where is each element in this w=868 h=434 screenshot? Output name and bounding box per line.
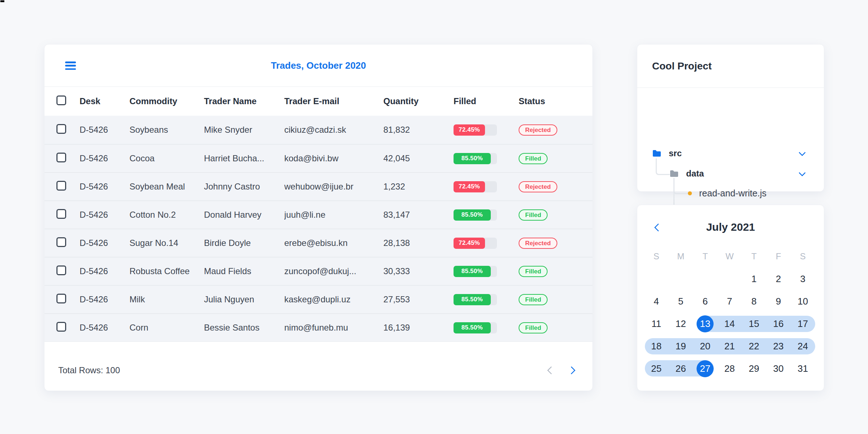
- filled-percentage-label: 85.50%: [461, 155, 483, 162]
- chevron-down-icon[interactable]: [799, 169, 806, 176]
- day-of-week-label: S: [644, 248, 669, 264]
- calendar-day[interactable]: 27: [693, 357, 718, 380]
- file-dot-icon: [688, 191, 692, 195]
- calendar-day[interactable]: 5: [669, 290, 693, 312]
- calendar-day[interactable]: 1: [742, 268, 766, 290]
- calendar-grid: 1234567891011121314151617181920212223242…: [644, 268, 815, 380]
- commodity-cell: Robusta Coffee: [129, 266, 204, 276]
- row-checkbox[interactable]: [56, 181, 66, 191]
- previous-page-icon[interactable]: [547, 366, 556, 374]
- trader-email-cell: juuh@li.ne: [284, 210, 383, 220]
- calendar-card: July 2021 SMTWTFS 1234567891011121314151…: [637, 205, 824, 391]
- calendar-day[interactable]: 13: [693, 312, 718, 335]
- quantity-cell: 42,045: [383, 153, 454, 163]
- trader-name-cell: Donald Harvey: [204, 210, 284, 220]
- calendar-day[interactable]: 12: [669, 312, 693, 335]
- row-checkbox[interactable]: [56, 265, 66, 275]
- calendar-day[interactable]: 7: [718, 290, 742, 312]
- filled-progress-bar: 85.50%: [454, 322, 497, 333]
- calendar-month-title: July 2021: [706, 221, 755, 233]
- filled-progress-bar: 85.50%: [454, 294, 497, 305]
- desk-cell: D-5426: [80, 323, 129, 333]
- next-page-icon[interactable]: [567, 366, 576, 374]
- calendar-day[interactable]: 9: [766, 290, 791, 312]
- calendar-day[interactable]: 30: [766, 357, 791, 380]
- table-row[interactable]: D-5426 Soybean Meal Johnny Castro wehubo…: [44, 172, 592, 200]
- trades-card: Trades, October 2020 Desk Commodity Trad…: [44, 44, 593, 391]
- calendar-day[interactable]: 6: [693, 290, 718, 312]
- calendar-day[interactable]: 25: [644, 357, 669, 380]
- status-badge: Filled: [519, 209, 548, 221]
- table-row[interactable]: D-5426 Soybeans Mike Snyder cikiuz@cadzi…: [44, 116, 592, 144]
- calendar-day[interactable]: 11: [644, 312, 669, 335]
- table-row[interactable]: D-5426 Cocoa Harriet Bucha... koda@bivi.…: [44, 144, 592, 172]
- status-badge: Filled: [519, 322, 548, 333]
- calendar-day[interactable]: 29: [742, 357, 766, 380]
- filled-progress-fill: 72.45%: [454, 124, 485, 136]
- table-row[interactable]: D-5426 Robusta Coffee Maud Fields zuncop…: [44, 257, 592, 285]
- calendar-day[interactable]: 18: [644, 335, 669, 357]
- table-row[interactable]: D-5426 Corn Bessie Santos nimo@funeb.mu …: [44, 313, 592, 341]
- row-checkbox[interactable]: [56, 322, 66, 332]
- column-header-trader-email: Trader E-mail: [284, 96, 383, 106]
- day-of-week-label: S: [791, 248, 815, 264]
- table-row[interactable]: D-5426 Cotton No.2 Donald Harvey juuh@li…: [44, 200, 592, 229]
- calendar-day[interactable]: 26: [669, 357, 693, 380]
- row-checkbox[interactable]: [56, 209, 66, 219]
- trader-name-cell: Mike Snyder: [204, 125, 284, 135]
- table-row[interactable]: D-5426 Milk Julia Nguyen kaskeg@dupli.uz…: [44, 285, 592, 313]
- filled-percentage-label: 72.45%: [459, 183, 480, 190]
- column-header-status: Status: [519, 96, 592, 106]
- calendar-day[interactable]: 8: [742, 290, 766, 312]
- calendar-day[interactable]: 23: [766, 335, 791, 357]
- calendar-day[interactable]: 15: [742, 312, 766, 335]
- table-row[interactable]: D-5426 Sugar No.14 Birdie Doyle erebe@eb…: [44, 229, 592, 257]
- calendar-day[interactable]: 17: [791, 312, 815, 335]
- filled-progress-bar: 85.50%: [454, 266, 497, 277]
- previous-month-icon[interactable]: [654, 224, 663, 232]
- calendar-day[interactable]: 24: [791, 335, 815, 357]
- calendar-day[interactable]: 14: [718, 312, 742, 335]
- calendar-day[interactable]: 28: [718, 357, 742, 380]
- calendar-day[interactable]: 3: [791, 268, 815, 290]
- filled-progress-fill: 85.50%: [454, 294, 491, 305]
- hamburger-menu-icon[interactable]: [65, 61, 76, 70]
- calendar-day[interactable]: 10: [791, 290, 815, 312]
- row-checkbox[interactable]: [56, 237, 66, 247]
- calendar-day[interactable]: 19: [669, 335, 693, 357]
- filled-progress-fill: 85.50%: [454, 209, 491, 221]
- day-of-week-label: T: [693, 248, 718, 264]
- status-badge: Rejected: [519, 124, 557, 136]
- calendar-day[interactable]: 31: [791, 357, 815, 380]
- calendar-day[interactable]: 4: [644, 290, 669, 312]
- commodity-cell: Cotton No.2: [129, 210, 204, 220]
- quantity-cell: 81,832: [383, 125, 454, 135]
- tree-item-file[interactable]: read-and-write.js: [637, 185, 824, 201]
- row-checkbox[interactable]: [56, 153, 66, 162]
- row-checkbox[interactable]: [56, 124, 66, 134]
- row-checkbox[interactable]: [56, 294, 66, 303]
- calendar-day[interactable]: 2: [766, 268, 791, 290]
- select-all-checkbox[interactable]: [56, 95, 66, 105]
- calendar-day[interactable]: 21: [718, 335, 742, 357]
- calendar-day[interactable]: 20: [693, 335, 718, 357]
- tree-item-data[interactable]: data: [637, 166, 824, 182]
- filled-percentage-label: 72.45%: [459, 126, 480, 133]
- chevron-down-icon[interactable]: [799, 149, 806, 156]
- trader-email-cell: kaskeg@dupli.uz: [284, 294, 383, 305]
- filled-percentage-label: 85.50%: [461, 296, 483, 303]
- trader-email-cell: cikiuz@cadzi.sk: [284, 125, 383, 135]
- calendar-day[interactable]: 16: [766, 312, 791, 335]
- pagination: [548, 367, 574, 373]
- tree-item-src[interactable]: src: [637, 145, 824, 161]
- column-header-quantity: Quantity: [383, 96, 454, 106]
- quantity-cell: 16,139: [383, 323, 454, 333]
- filled-progress-fill: 72.45%: [454, 181, 485, 192]
- status-badge: Filled: [519, 153, 548, 164]
- trader-email-cell: koda@bivi.bw: [284, 153, 383, 163]
- trades-card-header: Trades, October 2020: [44, 44, 592, 87]
- quantity-cell: 30,333: [383, 266, 454, 276]
- calendar-day[interactable]: 22: [742, 335, 766, 357]
- folder-label: src: [669, 148, 682, 158]
- column-header-commodity: Commodity: [129, 96, 204, 106]
